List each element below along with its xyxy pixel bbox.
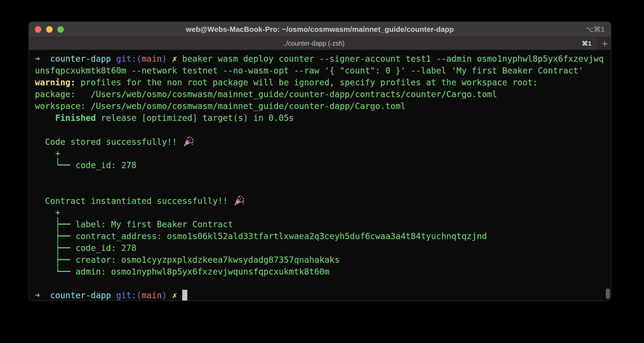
text-segment: code_id: 278 [76, 243, 137, 253]
terminal-content[interactable]: ➜ counter-dapp git:(main) ✗ beaker wasm … [29, 50, 611, 300]
terminal-line: Contract instantiated successfully!! [35, 195, 611, 207]
window-title: web@Webs-MacBook-Pro: ~/osmo/cosmwasm/ma… [186, 25, 454, 34]
terminal-line: warning: profiles for the non root packa… [35, 77, 611, 88]
text-segment: workspace: /Users/web/osmo/cosmwasm/main… [35, 101, 406, 111]
text-segment: ✗ [172, 290, 177, 300]
traffic-lights [35, 22, 64, 37]
text-segment: warning [35, 77, 70, 87]
text-segment [35, 113, 55, 123]
text-segment: unsfqpcxukmtk8t60m --network testnet --n… [35, 66, 584, 75]
terminal-line: Code stored successfully!! [35, 136, 611, 148]
tab-bar: ../counter-dapp (-zsh) ⌘1 + [29, 37, 611, 50]
scrollbar-thumb[interactable] [606, 288, 610, 299]
party-popper-emoji [233, 195, 245, 206]
text-segment [167, 290, 172, 300]
terminal-line [35, 278, 611, 289]
terminal-line [35, 183, 611, 195]
terminal-line: ├── label: My first Beaker Contract [35, 219, 611, 230]
close-button[interactable] [35, 26, 41, 33]
tab-shortcut-badge: ⌘1 [582, 37, 591, 50]
text-segment: profiles for the non root package will b… [76, 77, 538, 87]
text-segment: beaker wasm deploy counter --signer-acco… [177, 54, 604, 64]
text-segment [111, 54, 116, 64]
zoom-button[interactable] [57, 26, 64, 33]
text-segment: main [141, 54, 162, 64]
text-segment: admin: osmo1nyphwl8p5yx6fxzevjwqunsfqpcx… [76, 267, 330, 277]
text-segment [111, 290, 116, 300]
text-segment: Contract instantiated successfully!! [35, 196, 233, 206]
text-segment: main [141, 290, 162, 300]
text-segment: package: /Users/web/osmo/cosmwasm/mainne… [35, 89, 497, 99]
text-segment: release [optimized] target(s) in 0.05s [96, 113, 294, 123]
text-segment [167, 54, 172, 64]
text-segment: git:( [116, 290, 141, 300]
window-titlebar[interactable]: web@Webs-MacBook-Pro: ~/osmo/cosmwasm/ma… [29, 22, 611, 37]
text-segment: ✗ [172, 54, 177, 64]
window-shortcut-badge: ⌥⌘1 [586, 22, 605, 37]
text-segment: └── [35, 263, 76, 280]
terminal-line: └── admin: osmo1nyphwl8p5yx6fxzevjwqunsf… [35, 266, 611, 278]
terminal-line: Finished release [optimized] target(s) i… [35, 112, 611, 124]
text-segment [40, 290, 50, 300]
terminal-line: unsfqpcxukmtk8t60m --network testnet --n… [35, 65, 611, 77]
terminal-line: ➜ counter-dapp git:(main) ✗ [35, 289, 611, 300]
text-segment: contract_address: osmo1s06kl52ald33tfart… [76, 231, 487, 241]
minimize-button[interactable] [46, 26, 53, 33]
desktop: { "window": { "title": "web@Webs-MacBook… [0, 0, 644, 343]
text-segment: Code stored successfully!! [35, 137, 182, 147]
terminal-line [35, 171, 611, 183]
text-segment: creator: osmo1cyyzpxplxdzkeea7kwsydadg87… [76, 255, 340, 265]
terminal-line: ├── contract_address: osmo1s06kl52ald33t… [35, 230, 611, 242]
terminal-window: web@Webs-MacBook-Pro: ~/osmo/cosmwasm/ma… [29, 22, 611, 301]
cursor-block [182, 290, 187, 300]
text-segment: counter-dapp [50, 290, 111, 300]
tab-counter-dapp[interactable]: ../counter-dapp (-zsh) ⌘1 [29, 37, 598, 50]
text-segment: counter-dapp [50, 54, 111, 64]
text-segment: ➜ [35, 54, 40, 64]
terminal-line: + [35, 148, 611, 159]
text-segment [177, 290, 182, 300]
text-segment: ) [162, 54, 167, 64]
terminal-line: ├── creator: osmo1cyyzpxplxdzkeea7kwsyda… [35, 254, 611, 266]
text-segment [40, 54, 50, 64]
text-segment: : [70, 77, 75, 87]
terminal-line: ➜ counter-dapp git:(main) ✗ beaker wasm … [35, 53, 611, 65]
text-segment: git:( [116, 54, 141, 64]
text-segment: ➜ [35, 290, 40, 300]
terminal-line: + [35, 207, 611, 219]
text-segment: ) [162, 290, 167, 300]
text-segment: label: My first Beaker Contract [76, 219, 233, 229]
terminal-lines: ➜ counter-dapp git:(main) ✗ beaker wasm … [35, 53, 611, 300]
text-segment: code_id: 278 [76, 160, 137, 170]
terminal-line: workspace: /Users/web/osmo/cosmwasm/main… [35, 100, 611, 112]
tab-title: ../counter-dapp (-zsh) [283, 40, 344, 47]
terminal-line: └── code_id: 278 [35, 159, 611, 171]
text-segment: Finished [55, 113, 96, 123]
new-tab-button[interactable]: + [599, 37, 611, 50]
terminal-line: ├── code_id: 278 [35, 242, 611, 254]
terminal-line: package: /Users/web/osmo/cosmwasm/mainne… [35, 88, 611, 100]
terminal-line [35, 124, 611, 136]
text-segment: └── [35, 157, 76, 173]
party-popper-emoji [183, 136, 194, 147]
